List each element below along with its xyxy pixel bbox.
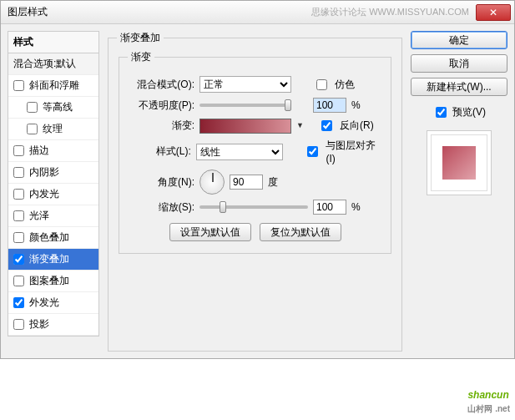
close-icon: ✕ [489,7,497,18]
blend-mode-label: 混合模式(O): [128,78,194,92]
styles-list: 混合选项:默认 斜面和浮雕等高线纹理描边内阴影内发光光泽颜色叠加渐变叠加图案叠加… [8,53,99,337]
style-item[interactable]: 纹理 [8,119,98,140]
cancel-button[interactable]: 取消 [411,54,507,73]
action-panel: 确定 取消 新建样式(W)... 预览(V) [411,31,507,352]
style-item[interactable]: 斜面和浮雕 [8,75,98,97]
style-item-label: 渐变叠加 [29,252,69,266]
scale-row: 缩放(S): % [128,200,382,215]
style-checkbox[interactable] [13,232,24,243]
ok-button[interactable]: 确定 [411,31,507,49]
style-item[interactable]: 内阴影 [8,162,98,184]
group-title: 渐变叠加 [117,31,164,45]
angle-row: 角度(N): 度 [128,170,382,195]
settings-panel: 渐变叠加 渐变 混合模式(O): 正常 仿色 不透明度(P): [106,31,404,352]
style-checkbox[interactable] [13,189,24,200]
angle-dial[interactable] [199,170,225,195]
styles-panel: 样式 混合选项:默认 斜面和浮雕等高线纹理描边内阴影内发光光泽颜色叠加渐变叠加图… [8,31,99,352]
gradient-overlay-group: 渐变叠加 渐变 混合模式(O): 正常 仿色 不透明度(P): [108,31,402,352]
watermark-text: 思缘设计论坛 WWW.MISSYUAN.COM [311,6,469,18]
style-item-label: 投影 [29,317,49,331]
style-item-label: 光泽 [29,209,49,223]
scale-slider[interactable] [199,205,308,209]
style-item-label: 内阴影 [29,165,59,180]
style-checkbox[interactable] [13,254,24,265]
set-default-button[interactable]: 设置为默认值 [169,223,251,241]
percent-sign-2: % [351,201,361,213]
style-checkbox[interactable] [27,124,38,134]
blend-mode-select[interactable]: 正常 [199,76,291,93]
style-item[interactable]: 光泽 [8,205,98,227]
dialog-body: 样式 混合选项:默认 斜面和浮雕等高线纹理描边内阴影内发光光泽颜色叠加渐变叠加图… [1,24,514,358]
style-item[interactable]: 等高线 [8,97,98,119]
style-item[interactable]: 外发光 [8,292,98,314]
style-item[interactable]: 图案叠加 [8,271,98,292]
close-button[interactable]: ✕ [476,4,511,21]
style-item[interactable]: 内发光 [8,184,98,205]
style-label: 样式(L): [128,144,191,159]
style-row: 样式(L): 线性 与图层对齐(I) [128,139,382,164]
dither-checkbox[interactable] [316,79,327,90]
opacity-label: 不透明度(P): [128,99,194,113]
default-buttons-row: 设置为默认值 复位为默认值 [128,223,382,241]
gradient-swatch[interactable] [199,119,291,134]
style-item-label: 等高线 [43,100,73,114]
scale-label: 缩放(S): [128,200,194,215]
reverse-label: 反向(R) [340,119,374,133]
style-item-label: 外发光 [29,296,59,310]
style-item[interactable]: 渐变叠加 [8,249,98,271]
align-checkbox[interactable] [307,146,318,157]
style-item-label: 描边 [29,144,49,158]
opacity-input[interactable] [313,98,346,113]
style-item-label: 图案叠加 [29,274,69,288]
scale-input[interactable] [313,200,346,215]
style-checkbox[interactable] [13,145,24,156]
style-checkbox[interactable] [13,80,24,91]
blend-mode-row: 混合模式(O): 正常 仿色 [128,76,382,93]
inner-title: 渐变 [128,50,154,64]
preview-box [427,130,492,195]
style-item[interactable]: 投影 [8,314,98,336]
dither-label: 仿色 [335,78,355,92]
style-item-label: 斜面和浮雕 [29,78,79,93]
style-checkbox[interactable] [13,167,24,178]
style-checkbox[interactable] [13,276,24,286]
style-checkbox[interactable] [13,210,24,221]
blending-options[interactable]: 混合选项:默认 [8,53,98,75]
style-checkbox[interactable] [13,319,24,330]
style-item[interactable]: 颜色叠加 [8,227,98,249]
style-item[interactable]: 描边 [8,140,98,162]
style-item-label: 纹理 [43,122,63,136]
new-style-button[interactable]: 新建样式(W)... [411,78,507,96]
preview-label-text: 预览(V) [452,105,486,119]
angle-unit: 度 [268,175,278,190]
layer-style-dialog: 图层样式 思缘设计论坛 WWW.MISSYUAN.COM ✕ 样式 混合选项:默… [0,0,515,359]
titlebar: 图层样式 思缘设计论坛 WWW.MISSYUAN.COM ✕ [1,1,514,24]
style-checkbox[interactable] [13,297,24,308]
gradient-label: 渐变: [128,119,194,133]
reset-default-button[interactable]: 复位为默认值 [260,223,341,241]
styles-header: 样式 [8,31,99,53]
angle-input[interactable] [230,175,263,190]
align-label: 与图层对齐(I) [326,139,382,164]
preview-checkbox[interactable] [436,107,447,118]
opacity-row: 不透明度(P): % [128,98,382,113]
style-item-label: 颜色叠加 [29,230,69,245]
gradient-row: 渐变: 反向(R) [128,118,382,134]
percent-sign: % [351,99,361,111]
preview-toggle: 预览(V) [411,104,507,120]
gradient-group: 渐变 混合模式(O): 正常 仿色 不透明度(P): % [119,50,391,254]
reverse-checkbox[interactable] [321,120,332,131]
style-select[interactable]: 线性 [196,144,283,160]
style-checkbox[interactable] [27,102,38,113]
preview-swatch [442,146,476,180]
angle-label: 角度(N): [128,175,194,190]
style-item-label: 内发光 [29,187,59,201]
watermark-logo: shancun 山村网 .net [467,382,510,415]
opacity-slider[interactable] [199,104,291,107]
dialog-title: 图层样式 [8,5,311,19]
